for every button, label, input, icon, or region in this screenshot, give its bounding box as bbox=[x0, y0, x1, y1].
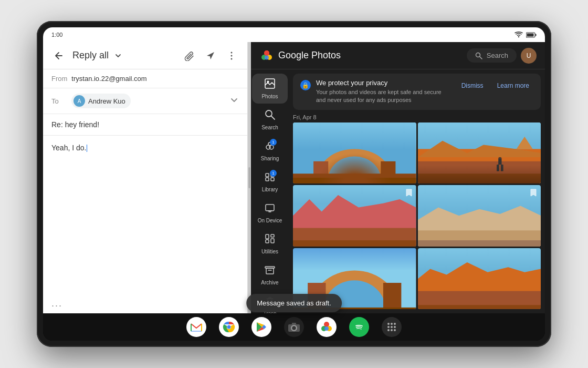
svg-rect-2 bbox=[527, 33, 534, 36]
send-button[interactable] bbox=[201, 46, 220, 65]
svg-rect-23 bbox=[271, 178, 274, 181]
svg-point-88 bbox=[391, 329, 393, 331]
svg-point-71 bbox=[227, 325, 231, 329]
svg-rect-44 bbox=[498, 158, 501, 165]
nav-on-device-label: On Device bbox=[258, 218, 282, 223]
tablet-screen: 1:00 bbox=[43, 27, 545, 341]
search-nav-icon bbox=[264, 109, 276, 123]
dock-chrome[interactable] bbox=[219, 317, 239, 337]
photo-4-svg bbox=[418, 185, 541, 246]
photo-item-2[interactable] bbox=[418, 122, 541, 183]
sharing-badge: 1 bbox=[270, 139, 277, 146]
subject-field[interactable]: Re: hey friend! bbox=[43, 114, 247, 136]
nav-item-on-device[interactable]: On Device bbox=[252, 198, 288, 228]
dock-camera[interactable] bbox=[284, 317, 304, 337]
main-content: Reply all bbox=[43, 42, 545, 313]
svg-rect-25 bbox=[266, 234, 269, 239]
nav-item-archive[interactable]: Archive bbox=[252, 260, 288, 290]
privacy-actions: Dismiss Learn more bbox=[457, 80, 533, 91]
svg-rect-26 bbox=[271, 234, 274, 237]
google-photos-logo bbox=[259, 48, 274, 63]
photos-panel: Google Photos Search U bbox=[251, 42, 545, 313]
to-field[interactable]: To A Andrew Kuo bbox=[43, 88, 247, 114]
photo-item-4[interactable] bbox=[418, 185, 541, 246]
svg-rect-42 bbox=[418, 173, 541, 183]
svg-rect-61 bbox=[383, 283, 401, 309]
photos-nav-icon bbox=[264, 78, 276, 92]
svg-point-15 bbox=[266, 110, 272, 117]
nav-utilities-label: Utilities bbox=[261, 249, 278, 254]
dock-gmail[interactable] bbox=[186, 317, 206, 337]
photo-grid bbox=[289, 122, 545, 313]
svg-rect-45 bbox=[497, 165, 499, 171]
photo-item-1[interactable] bbox=[293, 122, 416, 183]
svg-line-12 bbox=[479, 56, 482, 59]
nav-item-library[interactable]: 1 Library bbox=[252, 167, 288, 197]
gmail-icon bbox=[191, 322, 202, 332]
photo-3-svg bbox=[293, 185, 416, 246]
dock-all-apps[interactable] bbox=[382, 317, 402, 337]
user-avatar[interactable]: U bbox=[521, 48, 537, 64]
svg-rect-20 bbox=[266, 173, 269, 177]
privacy-text: We protect your privacy Your photos and … bbox=[316, 79, 452, 105]
nav-item-photos[interactable]: Photos bbox=[252, 74, 288, 104]
quoted-text-toggle[interactable]: ... bbox=[43, 294, 247, 313]
photo-item-3[interactable] bbox=[293, 185, 416, 246]
dock-spotify[interactable] bbox=[349, 317, 369, 337]
back-icon bbox=[54, 51, 64, 60]
more-options-button[interactable] bbox=[222, 46, 241, 65]
learn-more-button[interactable]: Learn more bbox=[493, 80, 533, 91]
photo-2-svg bbox=[418, 122, 541, 183]
reply-dropdown-button[interactable] bbox=[111, 48, 125, 63]
from-label: From bbox=[51, 75, 67, 83]
reply-all-label: Reply all bbox=[72, 50, 109, 61]
to-expand-button[interactable] bbox=[229, 95, 239, 107]
archive-nav-icon bbox=[264, 264, 276, 278]
search-label: Search bbox=[487, 52, 508, 59]
photo-6-svg bbox=[418, 248, 541, 309]
photos-main: 🔒 We protect your privacy Your photos an… bbox=[289, 69, 545, 313]
svg-point-82 bbox=[391, 323, 393, 325]
svg-point-3 bbox=[231, 52, 233, 53]
nav-item-search[interactable]: Search bbox=[252, 105, 288, 135]
svg-rect-22 bbox=[266, 178, 269, 181]
svg-point-79 bbox=[324, 326, 329, 331]
nav-item-sharing[interactable]: 1 Sharing bbox=[252, 136, 288, 166]
dock-photos-app[interactable] bbox=[317, 317, 337, 337]
svg-rect-30 bbox=[266, 268, 274, 274]
send-icon bbox=[205, 50, 216, 61]
photos-header: Google Photos Search U bbox=[251, 42, 545, 69]
svg-rect-52 bbox=[293, 240, 416, 246]
svg-point-87 bbox=[387, 329, 390, 331]
svg-point-84 bbox=[387, 326, 390, 328]
spotify-icon bbox=[353, 321, 365, 333]
photos-search-button[interactable]: Search bbox=[467, 48, 517, 63]
privacy-icon: 🔒 bbox=[300, 80, 311, 90]
back-button[interactable] bbox=[49, 46, 68, 65]
dismiss-button[interactable]: Dismiss bbox=[457, 80, 488, 91]
expand-icon bbox=[229, 95, 239, 105]
date-label: Fri, Apr 8 bbox=[289, 110, 545, 122]
panel-resizer[interactable] bbox=[248, 42, 251, 313]
svg-rect-38 bbox=[293, 178, 416, 183]
photos-app-icon bbox=[320, 321, 333, 333]
photo-item-6[interactable] bbox=[418, 248, 541, 309]
to-chip[interactable]: A Andrew Kuo bbox=[71, 94, 131, 108]
dock-play[interactable] bbox=[251, 317, 271, 337]
svg-point-85 bbox=[391, 326, 393, 328]
svg-rect-24 bbox=[266, 205, 274, 211]
attach-icon bbox=[184, 50, 195, 61]
nav-search-label: Search bbox=[261, 125, 278, 130]
from-field: From trystan.io.22@gmail.com bbox=[43, 69, 247, 88]
attach-button[interactable] bbox=[180, 46, 199, 65]
photos-body: Photos Search bbox=[251, 69, 545, 313]
svg-point-33 bbox=[318, 149, 392, 183]
svg-rect-27 bbox=[266, 240, 269, 243]
nav-item-utilities[interactable]: Utilities bbox=[252, 229, 288, 259]
chevron-down-icon bbox=[114, 52, 122, 60]
library-badge: 1 bbox=[270, 170, 277, 177]
toast-notification: Message saved as draft. bbox=[246, 294, 342, 312]
gmail-toolbar: Reply all bbox=[43, 42, 247, 69]
compose-body[interactable]: Yeah, I do. bbox=[43, 136, 247, 294]
svg-point-89 bbox=[394, 329, 396, 331]
